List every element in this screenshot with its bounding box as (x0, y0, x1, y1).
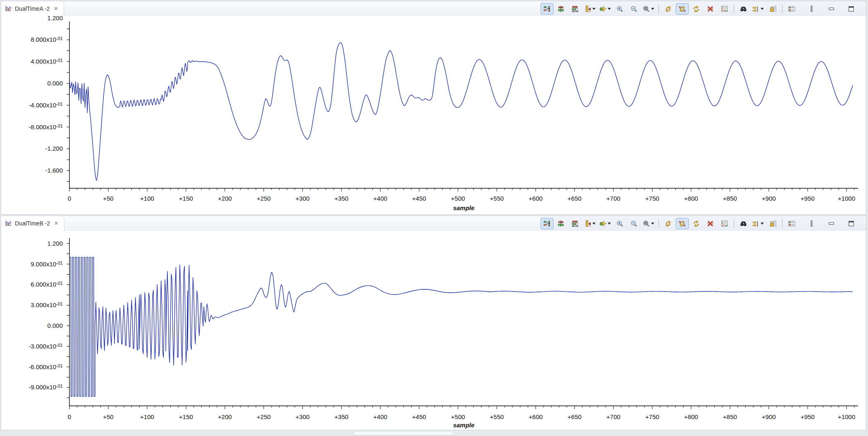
minimize-button[interactable] (825, 3, 838, 14)
zoom-fit-icon (643, 5, 650, 12)
chart-config-button[interactable] (718, 218, 731, 229)
fit-height-button[interactable]: HH (676, 3, 689, 14)
view-menu-button[interactable] (805, 3, 818, 14)
search-button[interactable] (737, 218, 750, 229)
view-menu-icon (808, 5, 815, 12)
svg-text:H: H (684, 9, 686, 12)
fit-height-button[interactable]: HH (676, 218, 689, 229)
ruler-options-icon (584, 220, 591, 227)
zoom-in-button[interactable] (613, 3, 626, 14)
zoom-out-icon (630, 5, 637, 12)
goto-marker-button[interactable] (751, 218, 765, 229)
zoom-fit-button[interactable] (641, 218, 656, 229)
chevron-down-icon[interactable] (651, 8, 654, 10)
chevron-down-icon[interactable] (761, 8, 764, 10)
view-menu-icon (808, 220, 815, 227)
tab-dualtime-a[interactable]: DualTimeA -2 ✕ (1, 1, 64, 16)
zoom-out-button[interactable] (627, 3, 640, 14)
maximize-icon (848, 220, 855, 227)
toolbar-separator (734, 5, 734, 13)
fit-height-icon: HH (679, 5, 686, 12)
panel-dualtime-b: DualTimeB -2 ✕ HH (1, 216, 866, 430)
ruler-options-icon (584, 5, 591, 12)
toolbar-a: HH (541, 1, 866, 16)
chevron-down-icon[interactable] (608, 223, 611, 225)
chart-config-button[interactable] (718, 3, 731, 14)
align-span-button[interactable] (569, 3, 582, 14)
chart-area-a[interactable] (1, 16, 866, 214)
arrange-signals-button[interactable] (541, 218, 553, 229)
align-span-button[interactable] (569, 218, 582, 229)
maximize-icon (848, 5, 855, 12)
chevron-down-icon[interactable] (761, 223, 764, 225)
toolbar-separator (658, 219, 659, 227)
scrollbar-thumb[interactable] (353, 431, 453, 435)
clear-fit-icon (707, 220, 714, 227)
clear-fit-icon (707, 5, 714, 12)
horizontal-scrollbar[interactable] (1, 431, 866, 435)
align-values-button[interactable] (555, 3, 568, 14)
chart-area-b[interactable] (1, 231, 866, 430)
signal-list-button[interactable] (785, 218, 798, 229)
minimize-icon (828, 5, 835, 12)
goto-marker-icon (752, 220, 759, 227)
clear-fit-button[interactable] (704, 218, 717, 229)
view-menu-button[interactable] (805, 218, 818, 229)
maximize-button[interactable] (845, 218, 858, 229)
tab-dualtime-b[interactable]: DualTimeB -2 ✕ (1, 216, 64, 231)
chevron-down-icon[interactable] (592, 8, 596, 10)
decorate-icon (599, 5, 606, 12)
zoom-in-button[interactable] (613, 218, 626, 229)
lock-scroll-button[interactable] (766, 218, 779, 229)
fit-vertical-icon (665, 220, 672, 227)
ruler-options-button[interactable] (583, 218, 597, 229)
minimize-button[interactable] (825, 218, 838, 229)
tabbar-b: DualTimeB -2 ✕ HH (1, 216, 866, 231)
chevron-down-icon[interactable] (608, 8, 611, 10)
arrange-signals-icon (544, 220, 551, 227)
clear-fit-button[interactable] (704, 3, 717, 14)
lock-scroll-icon (769, 5, 776, 12)
zoom-out-button[interactable] (627, 218, 640, 229)
lock-scroll-button[interactable] (766, 3, 779, 14)
svg-text:H: H (684, 224, 686, 227)
svg-text:H: H (679, 220, 681, 223)
close-icon[interactable]: ✕ (54, 220, 58, 226)
toolbar-separator (734, 219, 734, 227)
align-span-icon (572, 5, 579, 12)
align-values-button[interactable] (555, 218, 568, 229)
line-chart-icon (5, 5, 12, 12)
svg-text:H: H (679, 6, 681, 9)
zoom-in-icon (616, 5, 623, 12)
arrange-signals-button[interactable] (541, 3, 553, 14)
minimize-icon (828, 220, 835, 227)
maximize-button[interactable] (845, 3, 858, 14)
fit-vertical-button[interactable] (662, 218, 675, 229)
search-icon (740, 220, 747, 227)
signal-list-icon (788, 220, 795, 227)
chevron-down-icon[interactable] (592, 223, 596, 225)
zoom-fit-icon (643, 220, 650, 227)
fit-vertical-icon (665, 5, 672, 12)
search-button[interactable] (737, 3, 750, 14)
fit-vertical-button[interactable] (662, 3, 675, 14)
decorate-button[interactable] (598, 218, 612, 229)
zoom-in-icon (616, 220, 623, 227)
tabbar-a: DualTimeA -2 ✕ HH (1, 1, 866, 17)
tab-label: DualTimeB -2 (15, 220, 50, 227)
fit-all-button[interactable] (690, 218, 703, 229)
lock-scroll-icon (769, 220, 776, 227)
zoom-fit-button[interactable] (641, 3, 656, 14)
chevron-down-icon[interactable] (651, 223, 654, 225)
decorate-icon (599, 220, 606, 227)
signal-list-button[interactable] (785, 3, 798, 14)
close-icon[interactable]: ✕ (54, 6, 58, 12)
decorate-button[interactable] (598, 3, 612, 14)
zoom-out-icon (630, 220, 637, 227)
fit-all-button[interactable] (690, 3, 703, 14)
panel-dualtime-a: DualTimeA -2 ✕ HH (1, 1, 866, 215)
ruler-options-button[interactable] (583, 3, 597, 14)
toolbar-separator (782, 5, 782, 13)
chart-config-icon (721, 220, 728, 227)
goto-marker-button[interactable] (751, 3, 765, 14)
